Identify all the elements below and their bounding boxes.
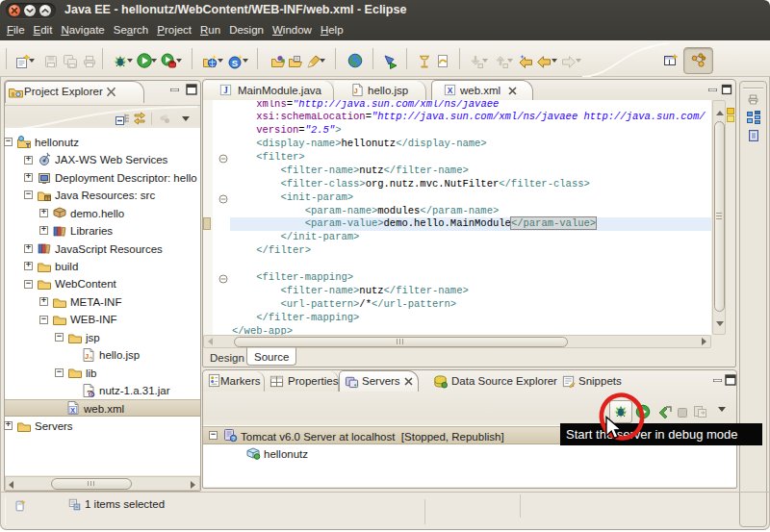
svg-text:?: ? xyxy=(232,436,235,442)
svg-text:⚙: ⚙ xyxy=(90,392,95,397)
svg-text:X: X xyxy=(448,86,453,95)
svg-text:J: J xyxy=(85,352,89,361)
svg-text:J: J xyxy=(223,86,228,95)
svg-text:S: S xyxy=(232,58,238,68)
svg-text:J: J xyxy=(354,88,358,94)
svg-text:X: X xyxy=(70,407,75,414)
